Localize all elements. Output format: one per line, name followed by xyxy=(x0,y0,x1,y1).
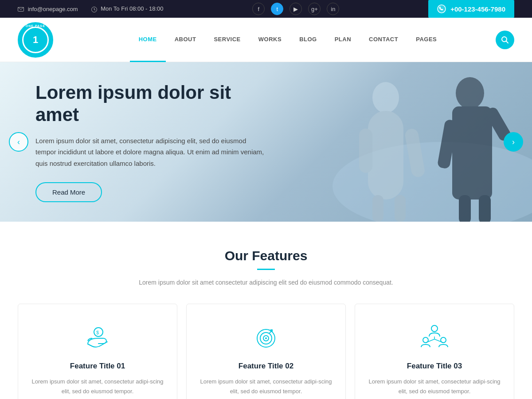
svg-point-2 xyxy=(438,5,446,13)
nav-plan[interactable]: PLAN xyxy=(326,18,360,62)
feature-icon-3 xyxy=(368,322,501,353)
twitter-icon[interactable]: t xyxy=(271,3,283,15)
feature-title-1: Feature Title 01 xyxy=(31,362,164,371)
nav-links: HOME ABOUT SERVICE WORKS BLOG PLAN CONTA… xyxy=(80,18,496,62)
facebook-icon[interactable]: f xyxy=(252,3,265,15)
feature-text-3: Lorem ipsum dolor sit amet, consectetur … xyxy=(368,377,501,396)
features-title: Our Features xyxy=(18,248,514,263)
phone-bar[interactable]: +00-123-456-7980 xyxy=(428,0,514,18)
target-icon xyxy=(253,324,279,351)
svg-line-30 xyxy=(434,339,443,343)
svg-rect-16 xyxy=(459,195,471,222)
svg-rect-11 xyxy=(395,195,406,222)
nav-home[interactable]: HOME xyxy=(130,18,166,62)
feature-card-2: Feature Title 02 Lorem ipsum dolor sit a… xyxy=(186,304,346,399)
feature-card-3: Feature Title 03 Lorem ipsum dolor sit a… xyxy=(355,304,514,399)
phone-icon xyxy=(437,4,446,13)
svg-point-6 xyxy=(372,82,399,113)
hero-title: Lorem ipsum dolor sit amet xyxy=(35,82,266,126)
slider-next[interactable]: › xyxy=(504,132,523,152)
youtube-icon[interactable]: ▶ xyxy=(289,3,302,15)
feature-icon-2 xyxy=(200,322,332,353)
nav-blog[interactable]: BLOG xyxy=(290,18,326,62)
logo[interactable]: 1 ONE PAGE xyxy=(18,22,53,58)
feature-card-1: $ Feature Title 01 Lorem ipsum dolor sit… xyxy=(18,304,177,399)
features-subtitle: Lorem ipsum dolor sit amet consectetur a… xyxy=(18,279,514,286)
features-grid: $ Feature Title 01 Lorem ipsum dolor sit… xyxy=(18,304,514,399)
hero-section: ‹ Lorem ipsum dolor sit amet Lorem ipsum… xyxy=(0,62,532,222)
nav-about[interactable]: ABOUT xyxy=(166,18,205,62)
svg-point-25 xyxy=(431,325,438,332)
top-bar: info@onepage.com Mon To Fri 08:00 - 18:0… xyxy=(0,0,532,18)
svg-rect-17 xyxy=(479,195,491,222)
svg-rect-7 xyxy=(368,111,403,200)
section-divider xyxy=(257,269,275,270)
svg-rect-8 xyxy=(359,129,372,173)
features-section: Our Features Lorem ipsum dolor sit amet … xyxy=(0,222,532,399)
phone-number: +00-123-456-7980 xyxy=(450,5,505,13)
search-button[interactable] xyxy=(496,31,514,49)
top-bar-contact-info: info@onepage.com Mon To Fri 08:00 - 18:0… xyxy=(18,5,164,12)
feature-title-3: Feature Title 03 xyxy=(368,362,501,371)
team-icon xyxy=(420,324,449,351)
svg-line-4 xyxy=(506,41,509,43)
read-more-button[interactable]: Read More xyxy=(35,182,102,202)
navbar: 1 ONE PAGE HOME ABOUT SERVICE WORKS BLOG… xyxy=(0,18,532,62)
hero-text: Lorem ipsum dolor sit amet, consectetur … xyxy=(35,135,266,169)
feature-title-2: Feature Title 02 xyxy=(200,362,332,371)
svg-rect-13 xyxy=(452,106,492,200)
linkedin-icon[interactable]: in xyxy=(327,3,339,15)
feature-icon-1: $ xyxy=(31,322,164,353)
feature-text-2: Lorem ipsum dolor sit amet, consectetur … xyxy=(200,377,332,396)
svg-point-23 xyxy=(265,337,267,339)
googleplus-icon[interactable]: g+ xyxy=(308,3,321,15)
svg-text:$: $ xyxy=(96,330,99,335)
nav-contact[interactable]: CONTACT xyxy=(360,18,407,62)
money-hand-icon: $ xyxy=(84,324,111,351)
nav-works[interactable]: WORKS xyxy=(250,18,290,62)
hours-info: Mon To Fri 08:00 - 18:00 xyxy=(91,5,164,12)
nav-service[interactable]: SERVICE xyxy=(205,18,249,62)
svg-point-12 xyxy=(456,77,484,109)
svg-line-29 xyxy=(426,339,434,343)
nav-pages[interactable]: PAGES xyxy=(407,18,446,62)
social-links: f t ▶ g+ in xyxy=(252,3,339,15)
hero-content: Lorem ipsum dolor sit amet Lorem ipsum d… xyxy=(0,82,301,202)
email-info: info@onepage.com xyxy=(18,6,78,12)
slider-prev[interactable]: ‹ xyxy=(9,132,28,152)
search-icon xyxy=(501,36,509,44)
feature-text-1: Lorem ipsum dolor sit amet, consectetur … xyxy=(31,377,164,396)
svg-rect-10 xyxy=(372,195,383,222)
